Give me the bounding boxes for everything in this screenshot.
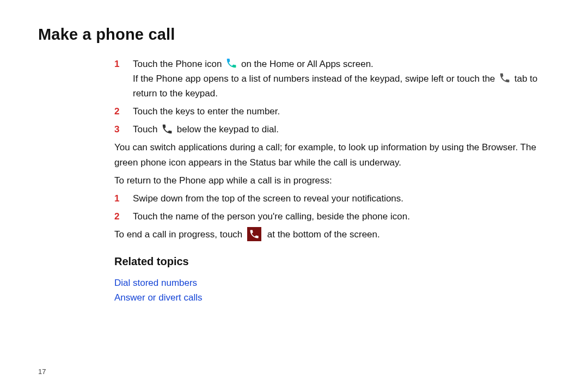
related-links: Dial stored numbers Answer or divert cal… xyxy=(114,276,550,305)
page-title: Make a phone call xyxy=(38,23,550,47)
paragraph: To return to the Phone app while a call … xyxy=(114,173,550,188)
phone-dial-icon xyxy=(161,123,173,135)
step-item: 2 Touch the name of the person you're ca… xyxy=(114,209,550,224)
step-item: 1 Touch the Phone icon on the Ho xyxy=(114,57,550,101)
step-number: 3 xyxy=(114,122,133,137)
step-text: Touch the Phone icon xyxy=(133,59,224,69)
steps-primary: 1 Touch the Phone icon on the Ho xyxy=(114,57,550,305)
step-body: Touch below the keypad to dial. xyxy=(133,122,550,137)
step-item: 2 Touch the keys to enter the number. xyxy=(114,104,550,119)
step-number: 1 xyxy=(114,191,133,206)
phone-tab-icon xyxy=(499,72,511,84)
step-body: Swipe down from the top of the screen to… xyxy=(133,191,550,206)
paragraph: To end a call in progress, touch at the … xyxy=(114,227,550,242)
document-page: Make a phone call 1 Touch the Phone icon xyxy=(0,0,588,392)
end-call-text: To end a call in progress, touch xyxy=(114,229,245,240)
step-extra: If the Phone app opens to a list of numb… xyxy=(133,74,498,84)
paragraph: You can switch applications during a cal… xyxy=(114,140,550,169)
step-text: below the keypad to dial. xyxy=(177,124,279,134)
step-body: Touch the name of the person you're call… xyxy=(133,209,550,224)
step-item: 1 Swipe down from the top of the screen … xyxy=(114,191,550,206)
step-number: 2 xyxy=(114,209,133,224)
end-call-text: at the bottom of the screen. xyxy=(267,229,380,240)
related-link[interactable]: Answer or divert calls xyxy=(114,291,550,305)
step-number: 1 xyxy=(114,57,133,71)
phone-color-icon xyxy=(225,57,237,69)
end-call-icon xyxy=(247,227,261,241)
step-item: 3 Touch below the keypad to dial. xyxy=(114,122,550,137)
related-heading: Related topics xyxy=(114,253,550,270)
page-number: 17 xyxy=(38,366,46,377)
step-number: 2 xyxy=(114,104,133,119)
related-link[interactable]: Dial stored numbers xyxy=(114,276,550,290)
step-text: Touch xyxy=(133,124,160,134)
step-text: on the Home or All Apps screen. xyxy=(241,59,373,69)
step-body: Touch the Phone icon on the Home or All … xyxy=(133,57,550,101)
step-body: Touch the keys to enter the number. xyxy=(133,104,550,119)
